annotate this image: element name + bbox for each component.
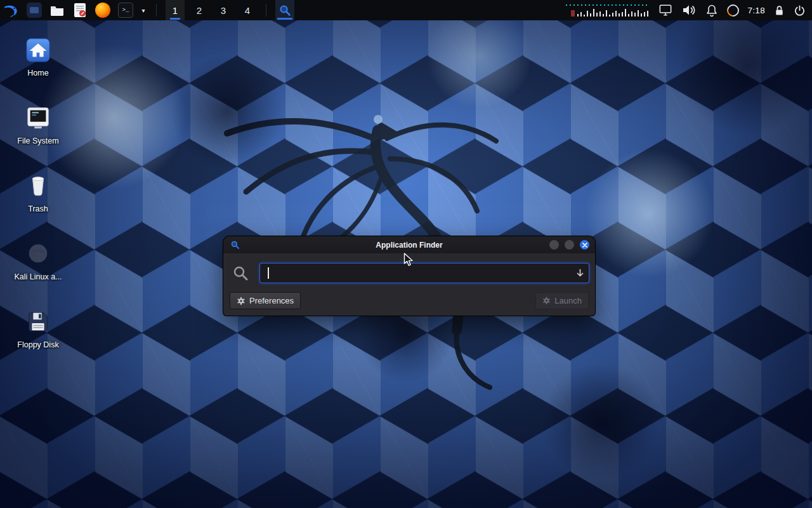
window-title: Application Finder (376, 241, 442, 250)
panel-separator (156, 4, 157, 17)
app-finder-taskbar-button[interactable] (275, 0, 294, 20)
application-finder-window: Application Finder (223, 236, 595, 316)
workspace-1[interactable]: 1 (166, 0, 185, 20)
home-icon (25, 37, 51, 64)
text-caret (268, 267, 269, 279)
kali-logo-icon (3, 2, 20, 18)
system-tray: 7:18 (566, 3, 806, 18)
workspace-3-label: 3 (221, 5, 226, 16)
search-input[interactable] (260, 264, 589, 283)
kali-folder-icon (25, 241, 51, 267)
launch-gear-icon (542, 297, 551, 305)
desktop: >_ ▾ 1 2 3 4 (0, 0, 812, 508)
workspace-2[interactable]: 2 (190, 0, 209, 20)
search-icon (278, 4, 291, 17)
desktop-icon-label: Trash (8, 204, 69, 213)
desktop-icon-kali-linux[interactable]: Kali Linux a... (8, 238, 69, 281)
desktop-icon-label: File System (8, 137, 69, 145)
launch-label: Launch (554, 296, 582, 305)
titlebar[interactable]: Application Finder (223, 236, 595, 253)
file-manager-launcher[interactable] (48, 1, 66, 19)
trash-icon (25, 173, 51, 199)
terminal-launcher[interactable]: >_ (117, 1, 134, 19)
power-icon[interactable] (794, 4, 806, 17)
kali-menu-button[interactable] (3, 1, 20, 19)
desktop-icon-trash[interactable]: Trash (8, 170, 69, 213)
computer-icon (25, 105, 51, 131)
close-icon (582, 243, 587, 248)
firefox-launcher[interactable] (94, 1, 112, 19)
terminal-icon: >_ (118, 3, 133, 18)
text-editor-launcher[interactable] (71, 1, 89, 19)
search-icon (232, 265, 249, 282)
window-manager-launcher[interactable] (25, 1, 43, 19)
window-manager-icon (27, 3, 42, 18)
lock-icon[interactable] (774, 4, 785, 17)
close-button[interactable] (580, 240, 589, 250)
search-icon (230, 240, 240, 250)
desktop-icon-label: Home (8, 69, 69, 77)
panel-separator (266, 4, 266, 17)
volume-icon[interactable] (681, 3, 697, 17)
workspace-1-label: 1 (173, 5, 178, 16)
gear-icon (237, 297, 246, 305)
desktop-icon-label: Kali Linux a... (8, 272, 69, 281)
file-manager-icon (49, 3, 65, 18)
maximize-button[interactable] (565, 240, 574, 250)
display-icon[interactable] (658, 4, 672, 17)
system-monitor-graph[interactable] (566, 3, 650, 18)
preferences-button[interactable]: Preferences (230, 292, 301, 309)
workspace-4-label: 4 (245, 5, 250, 16)
update-indicator-icon[interactable] (724, 2, 742, 19)
chevron-down-icon[interactable]: ▾ (140, 7, 147, 14)
panel-clock[interactable]: 7:18 (748, 6, 765, 15)
floppy-disk-icon (25, 309, 51, 335)
firefox-icon (95, 3, 110, 18)
workspace-3[interactable]: 3 (214, 0, 233, 20)
arrow-down-icon[interactable] (576, 269, 584, 277)
desktop-icon-file-system[interactable]: File System (8, 102, 69, 145)
launch-button[interactable]: Launch (535, 292, 589, 309)
desktop-icon-label: Floppy Disk (8, 340, 69, 349)
workspace-4[interactable]: 4 (238, 0, 257, 20)
text-editor-icon (73, 3, 87, 18)
desktop-icon-floppy-disk[interactable]: Floppy Disk (8, 306, 69, 349)
search-entry (260, 264, 589, 283)
notifications-bell-icon[interactable] (705, 4, 718, 17)
desktop-icon-home[interactable]: Home (8, 34, 69, 77)
preferences-label: Preferences (249, 296, 294, 305)
top-panel: >_ ▾ 1 2 3 4 (0, 0, 812, 20)
minimize-button[interactable] (549, 240, 559, 250)
workspace-2-label: 2 (197, 5, 202, 16)
